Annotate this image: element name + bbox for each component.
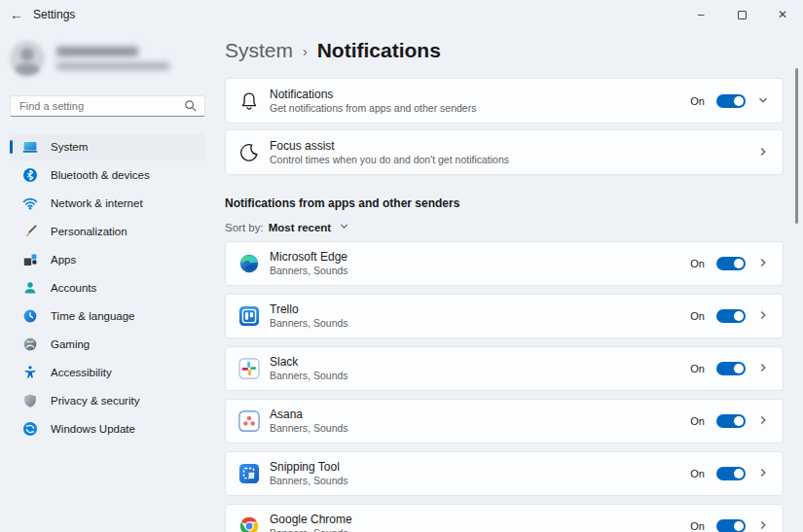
sidebar-item-label: Privacy & security (51, 395, 139, 407)
vertical-scrollbar[interactable] (795, 68, 798, 224)
gaming-icon (22, 337, 38, 352)
app-toggle[interactable] (716, 309, 746, 323)
sidebar-item-network-internet[interactable]: Network & internet (10, 190, 205, 217)
app-row-trello[interactable]: Trello Banners, Sounds On (225, 294, 784, 338)
card-title: Focus assist (270, 139, 757, 153)
bluetooth-icon (22, 167, 38, 183)
settings-window: ← Settings – ✕ Sy (0, 0, 803, 532)
app-row-slack[interactable]: Slack Banners, Sounds On (225, 346, 784, 391)
chevron-right-icon (757, 465, 769, 482)
focus-assist-card[interactable]: Focus assist Control times when you do a… (225, 129, 784, 175)
main-content: System › Notifications Notifications Get… (215, 29, 803, 532)
toggle-state-label: On (690, 468, 705, 479)
sidebar-item-gaming[interactable]: Gaming (10, 331, 205, 358)
close-button[interactable]: ✕ (762, 0, 803, 29)
chevron-down-icon[interactable] (757, 92, 769, 110)
system-icon (22, 139, 38, 155)
sidebar-item-label: Gaming (51, 338, 90, 350)
trello-app-icon (238, 305, 260, 327)
app-detail: Banners, Sounds (270, 370, 690, 382)
minimize-button[interactable]: – (680, 0, 721, 29)
sidebar-item-privacy-security[interactable]: Privacy & security (10, 387, 205, 414)
sort-value: Most recent (269, 222, 332, 233)
app-detail: Banners, Sounds (270, 422, 690, 435)
personalization-icon (22, 224, 38, 239)
app-row-snipping-tool[interactable]: Snipping Tool Banners, Sounds On (225, 451, 784, 496)
app-toggle[interactable] (716, 467, 746, 480)
toggle-state-label: On (690, 520, 705, 532)
chevron-right-icon[interactable] (757, 144, 769, 161)
sort-control[interactable]: Sort by: Most recent (225, 221, 784, 233)
minimize-icon: – (698, 8, 705, 21)
avatar (10, 41, 45, 76)
asana-app-icon (238, 410, 260, 432)
maximize-button[interactable] (721, 0, 762, 29)
sidebar-item-time-language[interactable]: Time & language (10, 302, 205, 330)
sidebar-item-label: Accessibility (51, 367, 112, 378)
breadcrumb: System › Notifications (225, 37, 784, 64)
search-icon[interactable] (184, 99, 198, 117)
toggle-state-label: On (690, 258, 705, 269)
sidebar-item-accessibility[interactable]: Accessibility (10, 359, 205, 386)
back-button[interactable]: ← (0, 7, 33, 22)
toggle-state-label: On (690, 310, 705, 322)
sidebar-item-bluetooth-devices[interactable]: Bluetooth & devices (10, 161, 205, 189)
app-toggle[interactable] (716, 257, 746, 270)
sidebar-item-accounts[interactable]: Accounts (10, 274, 205, 301)
window-controls: – ✕ (680, 0, 803, 29)
app-toggle[interactable] (716, 414, 746, 428)
bell-icon (238, 90, 260, 112)
user-name-blurred (56, 47, 138, 56)
app-name: Snipping Tool (270, 460, 690, 474)
accounts-icon (22, 280, 38, 296)
sidebar-item-label: System (51, 141, 88, 153)
app-row-microsoft-edge[interactable]: Microsoft Edge Banners, Sounds On (225, 241, 784, 286)
breadcrumb-parent[interactable]: System (225, 38, 293, 63)
app-toggle[interactable] (716, 519, 746, 532)
app-toggle[interactable] (716, 362, 746, 375)
slack-app-icon (238, 358, 260, 379)
app-name: Trello (270, 302, 690, 316)
apps-icon (22, 252, 38, 267)
sidebar-item-label: Windows Update (51, 423, 135, 435)
edge-app-icon (238, 253, 260, 274)
app-title: Settings (33, 8, 75, 21)
notifications-toggle[interactable] (716, 94, 746, 108)
app-detail: Banners, Sounds (270, 265, 690, 277)
windows-update-icon (22, 421, 38, 437)
user-email-blurred (56, 62, 169, 70)
sidebar-item-system[interactable]: System (10, 133, 205, 160)
page-title: Notifications (317, 38, 441, 63)
sidebar-item-windows-update[interactable]: Windows Update (10, 415, 205, 443)
notifications-card[interactable]: Notifications Get notifications from app… (225, 78, 784, 124)
sidebar-item-apps[interactable]: Apps (10, 246, 205, 273)
app-name: Asana (270, 408, 690, 421)
sidebar-item-personalization[interactable]: Personalization (10, 218, 205, 245)
card-title: Notifications (270, 88, 690, 101)
sidebar-item-label: Accounts (51, 282, 96, 294)
toggle-state-label: On (690, 95, 705, 107)
app-name: Slack (270, 355, 690, 369)
chevron-right-icon (757, 255, 769, 272)
chevron-right-icon (757, 517, 769, 532)
search-input[interactable] (10, 95, 205, 117)
sidebar-nav: System Bluetooth & devices Network & int… (0, 133, 215, 443)
sidebar-item-label: Apps (51, 254, 76, 266)
app-row-asana[interactable]: Asana Banners, Sounds On (225, 399, 784, 443)
sort-label: Sort by: (225, 222, 264, 233)
moon-icon (238, 142, 260, 163)
card-subtitle: Control times when you do and don't get … (270, 154, 757, 166)
sidebar-item-label: Personalization (51, 226, 128, 237)
app-row-google-chrome[interactable]: Google Chrome Banners, Sounds On (225, 504, 784, 532)
privacy-icon (22, 393, 38, 408)
user-profile[interactable] (10, 37, 203, 80)
toggle-state-label: On (690, 415, 705, 427)
chevron-right-icon (757, 307, 769, 325)
card-subtitle: Get notifications from apps and other se… (270, 102, 690, 115)
titlebar: ← Settings – ✕ (0, 0, 803, 29)
network-icon (22, 195, 38, 211)
toggle-state-label: On (690, 363, 705, 374)
maximize-icon (738, 11, 747, 19)
chevron-right-icon (757, 360, 769, 377)
back-arrow-icon: ← (10, 7, 23, 22)
